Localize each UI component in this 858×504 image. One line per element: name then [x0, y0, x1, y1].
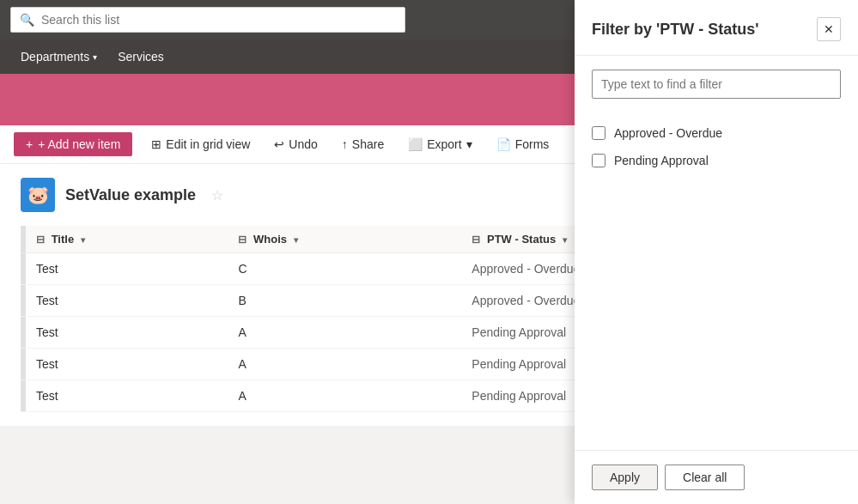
- cell-whois: A: [228, 380, 461, 412]
- filter-option-label[interactable]: Approved - Overdue: [614, 126, 722, 140]
- forms-icon: 📄: [496, 137, 511, 151]
- cell-whois: A: [228, 317, 461, 349]
- ptw-col-icon: ⊟: [472, 234, 480, 246]
- undo-label: Undo: [289, 137, 317, 151]
- cell-title: Test: [26, 253, 228, 285]
- filter-option-checkbox[interactable]: [592, 126, 605, 140]
- search-input[interactable]: [41, 13, 396, 27]
- whois-sort-icon: ▾: [294, 235, 298, 245]
- search-icon: 🔍: [20, 13, 34, 27]
- ptw-col-label: PTW - Status: [487, 233, 556, 246]
- filter-footer: Apply Clear all: [575, 450, 858, 504]
- share-label: Share: [352, 137, 384, 151]
- edit-grid-view-label: Edit in grid view: [166, 137, 250, 151]
- export-chevron-icon: ▾: [466, 137, 472, 151]
- page-title: SetValue example: [65, 186, 196, 204]
- clear-all-label: Clear all: [683, 471, 727, 484]
- nav-departments[interactable]: Departments ▾: [10, 39, 107, 74]
- filter-close-button[interactable]: ✕: [817, 17, 841, 41]
- cell-title: Test: [26, 380, 228, 412]
- filter-option-label[interactable]: Pending Approval: [614, 154, 709, 167]
- add-icon: +: [26, 137, 33, 151]
- clear-all-button[interactable]: Clear all: [665, 465, 745, 490]
- whois-col-icon: ⊟: [238, 234, 246, 246]
- chevron-down-icon: ▾: [93, 52, 97, 62]
- list-icon-symbol: 🐷: [27, 185, 49, 205]
- services-label: Services: [118, 50, 164, 64]
- nav-services[interactable]: Services: [107, 39, 174, 74]
- filter-options: Approved - Overdue Pending Approval: [575, 112, 858, 450]
- favorite-star-icon[interactable]: ☆: [211, 187, 223, 203]
- apply-label: Apply: [610, 471, 640, 484]
- filter-search-input[interactable]: [592, 70, 841, 99]
- add-new-item-label: + Add new item: [38, 137, 120, 151]
- share-icon: ↑: [342, 137, 348, 151]
- forms-button[interactable]: 📄 Forms: [491, 134, 555, 155]
- cell-title: Test: [26, 349, 228, 380]
- filter-panel-title: Filter by 'PTW - Status': [592, 21, 759, 39]
- whois-col-label: Whois: [253, 233, 287, 246]
- filter-option-checkbox[interactable]: [592, 154, 605, 167]
- title-col-label: Title: [52, 233, 75, 246]
- edit-grid-view-button[interactable]: ⊞ Edit in grid view: [146, 134, 255, 155]
- filter-option: Approved - Overdue: [592, 119, 841, 147]
- cell-whois: A: [228, 349, 461, 380]
- cell-whois: C: [228, 253, 461, 285]
- share-button[interactable]: ↑ Share: [337, 134, 389, 155]
- col-header-title[interactable]: ⊟ Title ▾: [26, 226, 228, 253]
- filter-search-area: [575, 56, 858, 112]
- ptw-sort-icon: ▾: [563, 235, 567, 245]
- cell-title: Test: [26, 317, 228, 349]
- search-box: 🔍: [10, 7, 405, 33]
- undo-button[interactable]: ↩ Undo: [269, 134, 322, 155]
- add-new-item-button[interactable]: + + Add new item: [14, 132, 132, 156]
- departments-label: Departments: [21, 50, 89, 64]
- list-icon: 🐷: [21, 178, 55, 212]
- cell-title: Test: [26, 285, 228, 317]
- filter-panel-header: Filter by 'PTW - Status' ✕: [575, 0, 858, 56]
- cell-whois: B: [228, 285, 461, 317]
- export-button[interactable]: ⬜ Export ▾: [403, 134, 477, 155]
- grid-icon: ⊞: [151, 137, 161, 151]
- title-sort-icon: ▾: [81, 235, 85, 245]
- title-col-icon: ⊟: [36, 234, 45, 246]
- apply-button[interactable]: Apply: [592, 465, 658, 490]
- filter-panel: Filter by 'PTW - Status' ✕ Approved - Ov…: [575, 0, 858, 504]
- col-header-whois[interactable]: ⊟ Whois ▾: [228, 226, 461, 253]
- export-icon: ⬜: [408, 137, 423, 151]
- filter-option: Pending Approval: [592, 147, 841, 174]
- export-label: Export: [427, 137, 461, 151]
- forms-label: Forms: [515, 137, 550, 151]
- undo-icon: ↩: [274, 137, 284, 151]
- close-icon: ✕: [824, 22, 834, 36]
